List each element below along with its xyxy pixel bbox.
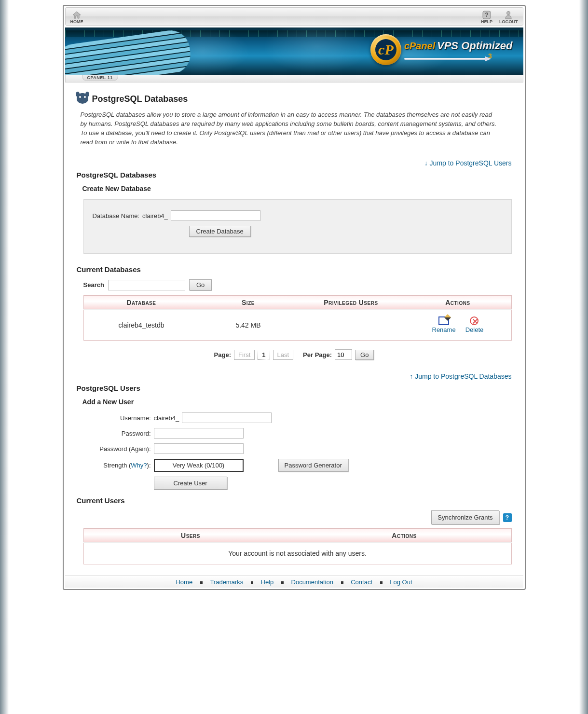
cell-db-size: 5.42 MB bbox=[199, 310, 297, 341]
section-current-users: Current Users bbox=[77, 496, 512, 505]
logout-icon bbox=[504, 11, 513, 19]
users-table: Users Actions Your account is not associ… bbox=[83, 528, 512, 564]
section-current-databases: Current Databases bbox=[77, 265, 512, 274]
synchronize-grants-button[interactable]: Synchronize Grants bbox=[431, 510, 499, 524]
rename-button[interactable]: Rename bbox=[432, 316, 456, 333]
help-button[interactable]: ? HELP bbox=[481, 11, 492, 24]
page-label: Page: bbox=[214, 351, 231, 358]
home-icon bbox=[72, 11, 81, 19]
password-again-input[interactable] bbox=[154, 443, 244, 454]
col-privileged-users: Privileged Users bbox=[297, 296, 404, 310]
databases-table: Database Size Privileged Users Actions c… bbox=[83, 295, 512, 341]
section-postgresql-databases: PostgreSQL Databases bbox=[77, 171, 512, 179]
password-generator-button[interactable]: Password Generator bbox=[278, 459, 348, 472]
jump-to-users-link[interactable]: ↓ Jump to PostgreSQL Users bbox=[424, 159, 512, 167]
database-name-label: Database Name: bbox=[93, 212, 140, 220]
arrow-up-icon: ↑ bbox=[410, 372, 413, 380]
cell-db-name: claireb4_testdb bbox=[83, 310, 199, 341]
password-input[interactable] bbox=[154, 428, 244, 439]
help-icon: ? bbox=[482, 11, 491, 19]
sync-help-icon[interactable]: ? bbox=[503, 513, 512, 522]
strength-indicator: Very Weak (0/100) bbox=[154, 459, 244, 472]
cell-db-priv bbox=[297, 310, 404, 341]
header-banner: cP cPanel VPS Optimized 3 bbox=[65, 27, 523, 75]
col-size: Size bbox=[199, 296, 297, 310]
password-again-label: Password (Again): bbox=[83, 445, 151, 453]
footer-help-link[interactable]: Help bbox=[261, 578, 274, 586]
create-user-button[interactable]: Create User bbox=[154, 477, 227, 490]
footer: Home Trademarks Help Documentation Conta… bbox=[65, 575, 523, 588]
username-label: Username: bbox=[83, 414, 151, 422]
col-database: Database bbox=[83, 296, 199, 310]
header-brand: cPanel bbox=[404, 41, 435, 51]
logout-button[interactable]: LOGOUT bbox=[499, 11, 518, 24]
page-current[interactable]: 1 bbox=[258, 350, 270, 360]
page-first-button[interactable]: First bbox=[234, 350, 255, 360]
search-label: Search bbox=[83, 281, 104, 288]
strength-label: Strength (Why?): bbox=[83, 462, 151, 469]
page-intro: PostgreSQL databases allow you to store … bbox=[81, 110, 500, 147]
footer-contact-link[interactable]: Contact bbox=[351, 578, 372, 586]
perpage-go-button[interactable]: Go bbox=[355, 350, 374, 360]
create-database-panel: Database Name: claireb4_ Create Database bbox=[83, 199, 512, 254]
postgresql-icon bbox=[77, 93, 88, 105]
pagination: Page: First 1 Last Per Page: Go bbox=[77, 349, 512, 360]
col-user-actions: Actions bbox=[298, 529, 512, 543]
database-name-prefix: claireb4_ bbox=[142, 212, 168, 220]
delete-icon bbox=[470, 316, 479, 325]
top-toolbar: HOME ? HELP LOGOUT bbox=[65, 7, 523, 26]
logout-label: LOGOUT bbox=[499, 19, 518, 24]
search-go-button[interactable]: Go bbox=[189, 279, 212, 290]
header-product: VPS Optimized bbox=[437, 40, 512, 52]
cpanel-logo-icon: cP bbox=[370, 34, 401, 65]
create-database-button[interactable]: Create Database bbox=[189, 226, 251, 237]
footer-trademarks-link[interactable]: Trademarks bbox=[210, 578, 243, 586]
col-actions: Actions bbox=[404, 296, 511, 310]
page-title: PostgreSQL Databases bbox=[92, 94, 188, 104]
username-prefix: claireb4_ bbox=[154, 414, 179, 422]
help-label: HELP bbox=[481, 19, 492, 24]
password-label: Password: bbox=[83, 430, 151, 437]
strength-why-link[interactable]: Why? bbox=[131, 462, 147, 469]
subsection-create-database: Create New Database bbox=[82, 185, 512, 192]
delete-button[interactable]: Delete bbox=[465, 316, 484, 333]
footer-home-link[interactable]: Home bbox=[176, 578, 192, 586]
svg-text:?: ? bbox=[485, 12, 488, 18]
footer-logout-link[interactable]: Log Out bbox=[390, 578, 412, 586]
arrow-down-icon: ↓ bbox=[424, 159, 428, 167]
empty-users-message: Your account is not associated with any … bbox=[83, 543, 511, 564]
perpage-input[interactable] bbox=[335, 349, 352, 360]
cpanel-version-tab: CPANEL 11 bbox=[82, 75, 118, 81]
col-users: Users bbox=[83, 529, 298, 543]
table-row: Your account is not associated with any … bbox=[83, 543, 511, 564]
section-postgresql-users: PostgreSQL Users bbox=[77, 384, 512, 392]
page-last-button[interactable]: Last bbox=[273, 350, 294, 360]
svg-point-2 bbox=[507, 12, 510, 15]
search-input[interactable] bbox=[108, 280, 185, 290]
home-button[interactable]: HOME bbox=[70, 11, 83, 24]
footer-documentation-link[interactable]: Documentation bbox=[291, 578, 333, 586]
home-label: HOME bbox=[70, 19, 83, 24]
jump-to-databases-link[interactable]: ↑ Jump to PostgreSQL Databases bbox=[410, 372, 511, 380]
database-name-input[interactable] bbox=[171, 210, 260, 221]
table-row: claireb4_testdb 5.42 MB Rename Delete bbox=[83, 310, 511, 341]
subsection-add-user: Add a New User bbox=[82, 398, 512, 406]
breadcrumb-bar: CPANEL 11 bbox=[65, 75, 523, 82]
rename-icon bbox=[438, 316, 449, 325]
perpage-label: Per Page: bbox=[303, 351, 332, 358]
username-input[interactable] bbox=[182, 412, 272, 423]
